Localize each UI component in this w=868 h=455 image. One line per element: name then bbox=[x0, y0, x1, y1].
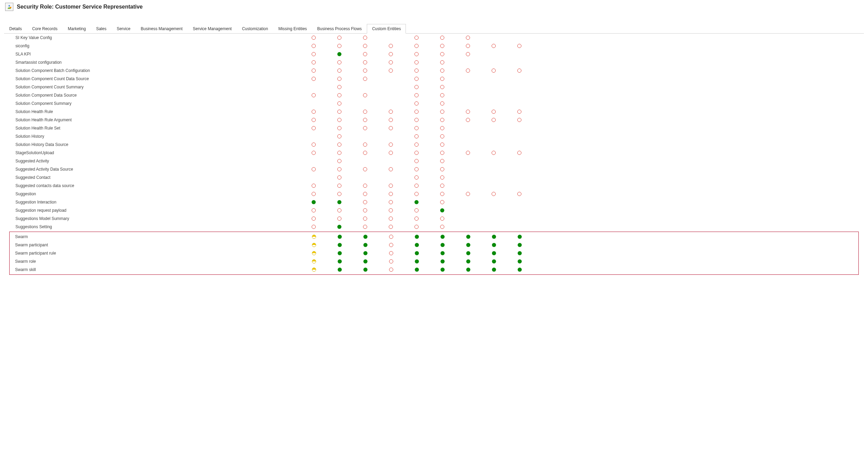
permission-indicator-none[interactable] bbox=[312, 184, 316, 188]
permission-cell[interactable] bbox=[455, 44, 481, 48]
tab-sales[interactable]: Sales bbox=[91, 24, 111, 33]
permission-indicator-none[interactable] bbox=[466, 118, 470, 122]
permission-cell[interactable] bbox=[507, 268, 532, 272]
permission-cell[interactable] bbox=[352, 118, 378, 122]
permission-cell[interactable] bbox=[327, 268, 352, 272]
permission-indicator-none[interactable] bbox=[389, 208, 393, 212]
permission-cell[interactable] bbox=[326, 217, 352, 221]
permission-cell[interactable] bbox=[352, 110, 378, 114]
permission-indicator-none[interactable] bbox=[337, 167, 341, 171]
permission-indicator-none[interactable] bbox=[440, 175, 444, 180]
permission-cell[interactable] bbox=[404, 251, 430, 255]
permission-cell[interactable] bbox=[429, 192, 455, 196]
permission-cell[interactable] bbox=[301, 235, 327, 239]
permission-indicator-none[interactable] bbox=[440, 184, 444, 188]
permission-cell[interactable] bbox=[301, 151, 326, 155]
permission-cell[interactable] bbox=[403, 101, 429, 106]
permission-indicator-none[interactable] bbox=[337, 175, 341, 180]
permission-indicator-org[interactable] bbox=[492, 268, 496, 272]
permission-indicator-org[interactable] bbox=[466, 259, 470, 263]
permission-indicator-none[interactable] bbox=[492, 192, 496, 196]
permission-indicator-org[interactable] bbox=[466, 243, 470, 247]
permission-cell[interactable] bbox=[378, 151, 403, 155]
tab-service-management[interactable]: Service Management bbox=[188, 24, 237, 33]
permission-cell[interactable] bbox=[352, 60, 378, 64]
permission-indicator-none[interactable] bbox=[414, 184, 419, 188]
permission-indicator-none[interactable] bbox=[312, 77, 316, 81]
permission-indicator-none[interactable] bbox=[517, 69, 521, 73]
permission-cell[interactable] bbox=[455, 192, 481, 196]
permission-indicator-none[interactable] bbox=[440, 52, 444, 56]
permission-cell[interactable] bbox=[301, 77, 326, 81]
permission-indicator-none[interactable] bbox=[440, 200, 444, 204]
permission-cell[interactable] bbox=[429, 60, 455, 64]
permission-cell[interactable] bbox=[301, 118, 326, 122]
permission-indicator-none[interactable] bbox=[389, 192, 393, 196]
permission-indicator-none[interactable] bbox=[414, 208, 419, 212]
permission-indicator-none[interactable] bbox=[414, 101, 419, 106]
permission-indicator-none[interactable] bbox=[414, 217, 419, 221]
permission-indicator-none[interactable] bbox=[363, 69, 367, 73]
permission-cell[interactable] bbox=[301, 60, 326, 64]
permission-cell[interactable] bbox=[430, 235, 455, 239]
permission-indicator-none[interactable] bbox=[440, 217, 444, 221]
permission-indicator-none[interactable] bbox=[337, 93, 341, 97]
permission-cell[interactable] bbox=[429, 101, 455, 106]
permission-indicator-none[interactable] bbox=[414, 143, 419, 147]
permission-cell[interactable] bbox=[378, 225, 403, 229]
permission-cell[interactable] bbox=[378, 118, 403, 122]
permission-indicator-none[interactable] bbox=[337, 159, 341, 163]
permission-indicator-none[interactable] bbox=[312, 110, 316, 114]
permission-cell[interactable] bbox=[429, 143, 455, 147]
permission-indicator-none[interactable] bbox=[337, 184, 341, 188]
permission-cell[interactable] bbox=[455, 110, 481, 114]
permission-cell[interactable] bbox=[326, 101, 352, 106]
permission-indicator-none[interactable] bbox=[363, 225, 367, 229]
permission-indicator-none[interactable] bbox=[492, 118, 496, 122]
permission-cell[interactable] bbox=[378, 110, 403, 114]
permission-cell[interactable] bbox=[326, 60, 352, 64]
permission-cell[interactable] bbox=[404, 243, 430, 247]
permission-indicator-none[interactable] bbox=[389, 243, 393, 247]
permission-cell[interactable] bbox=[326, 69, 352, 73]
permission-indicator-none[interactable] bbox=[337, 217, 341, 221]
permission-indicator-none[interactable] bbox=[389, 69, 393, 73]
permission-cell[interactable] bbox=[301, 126, 326, 130]
permission-indicator-org[interactable] bbox=[338, 259, 342, 263]
permission-indicator-none[interactable] bbox=[414, 77, 419, 81]
permission-indicator-none[interactable] bbox=[312, 217, 316, 221]
permission-cell[interactable] bbox=[430, 243, 455, 247]
permission-indicator-none[interactable] bbox=[337, 77, 341, 81]
permission-cell[interactable] bbox=[352, 192, 378, 196]
permission-cell[interactable] bbox=[352, 208, 378, 212]
permission-indicator-none[interactable] bbox=[466, 69, 470, 73]
permission-indicator-none[interactable] bbox=[414, 52, 419, 56]
permission-indicator-none[interactable] bbox=[389, 235, 393, 239]
permission-indicator-none[interactable] bbox=[337, 208, 341, 212]
permission-indicator-none[interactable] bbox=[440, 77, 444, 81]
permission-indicator-none[interactable] bbox=[389, 143, 393, 147]
permission-cell[interactable] bbox=[326, 175, 352, 180]
permission-cell[interactable] bbox=[429, 151, 455, 155]
permission-cell[interactable] bbox=[327, 259, 352, 263]
permission-indicator-none[interactable] bbox=[440, 101, 444, 106]
permission-indicator-none[interactable] bbox=[414, 151, 419, 155]
permission-cell[interactable] bbox=[378, 44, 403, 48]
permission-cell[interactable] bbox=[481, 110, 506, 114]
permission-cell[interactable] bbox=[429, 77, 455, 81]
permission-cell[interactable] bbox=[352, 93, 378, 97]
permission-cell[interactable] bbox=[326, 77, 352, 81]
permission-indicator-org[interactable] bbox=[363, 268, 367, 272]
permission-indicator-none[interactable] bbox=[389, 60, 393, 64]
permission-indicator-none[interactable] bbox=[414, 85, 419, 89]
permission-cell[interactable] bbox=[507, 243, 532, 247]
permission-cell[interactable] bbox=[455, 118, 481, 122]
permission-cell[interactable] bbox=[326, 52, 352, 56]
tab-customization[interactable]: Customization bbox=[237, 24, 273, 33]
permission-cell[interactable] bbox=[429, 52, 455, 56]
permission-cell[interactable] bbox=[301, 208, 326, 212]
tab-details[interactable]: Details bbox=[4, 24, 27, 33]
permission-indicator-none[interactable] bbox=[363, 93, 367, 97]
permission-indicator-none[interactable] bbox=[440, 159, 444, 163]
tab-custom-entities[interactable]: Custom Entities bbox=[367, 24, 406, 34]
